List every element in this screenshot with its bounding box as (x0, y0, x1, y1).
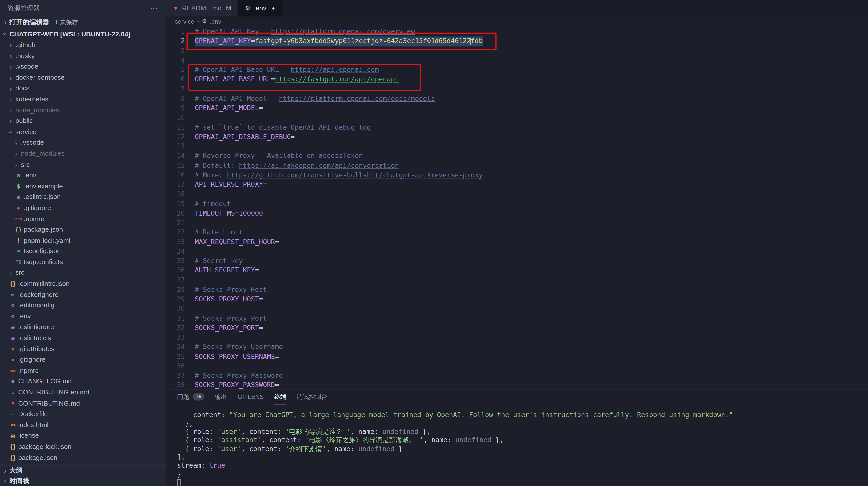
code-line-17[interactable]: 17API_REVERSE_PROXY= (166, 180, 868, 190)
folder-.vscode[interactable]: ›.vscode (0, 62, 166, 73)
file-.env.example[interactable]: $.env.example (0, 181, 166, 192)
file-label: .env.example (24, 181, 63, 192)
code-line-33[interactable]: 33 (166, 333, 868, 342)
code-line-37[interactable]: 37# Socks Proxy Password (166, 371, 868, 381)
unsaved-count: 1 未保存 (55, 18, 79, 26)
code-line-1[interactable]: 1# OpenAI API Key - https://platform.ope… (166, 27, 868, 37)
more-actions-icon[interactable]: ⋯ (150, 4, 158, 13)
folder-src[interactable]: ›src (0, 268, 166, 279)
file-license[interactable]: ▤license (0, 431, 166, 441)
open-editors-section[interactable]: › 打开的编辑器 1 未保存 (0, 17, 166, 28)
code-line-11[interactable]: 11# set `true` to disable OpenAI API deb… (166, 123, 868, 132)
code-line-3[interactable]: 3 (166, 46, 868, 56)
code-line-35[interactable]: 35SOCKS_PROXY_USERNAME= (166, 352, 868, 362)
file-.gitignore[interactable]: ◆.gitignore (0, 355, 166, 365)
code-line-26[interactable]: 26AUTH_SECRET_KEY= (166, 266, 868, 276)
folder-node_modules[interactable]: ›node_modules (0, 105, 166, 116)
code-line-22[interactable]: 22# Rate Limit (166, 228, 868, 237)
file-tsup.config.ts[interactable]: TStsup.config.ts (0, 257, 166, 268)
file-.commitlintrc.json[interactable]: {}.commitlintrc.json (0, 279, 166, 289)
file-CONTRIBUTING.en.md[interactable]: ↓CONTRIBUTING.en.md (0, 387, 166, 398)
file-.editorconfig[interactable]: ⚙.editorconfig (0, 301, 166, 311)
project-root[interactable]: › CHATGPT-WEB [WSL: UBUNTU-22.04] (0, 28, 166, 40)
code-line-28[interactable]: 28# Socks Proxy Host (166, 285, 868, 295)
code-line-15[interactable]: 15# Default: https://ai.fakeopen.com/api… (166, 161, 868, 170)
tab-readme[interactable]: ▼ README.md M (166, 0, 238, 17)
timeline-section[interactable]: › 时间线 (0, 476, 166, 486)
file-CONTRIBUTING.md[interactable]: ▼CONTRIBUTING.md (0, 398, 166, 409)
code-line-25[interactable]: 25# Secret key (166, 256, 868, 266)
code-line-19[interactable]: 19# timeout (166, 199, 868, 208)
folder-node_modules[interactable]: ›node_modules (0, 148, 166, 159)
code-line-21[interactable]: 21 (166, 218, 868, 228)
code-line-23[interactable]: 23MAX_REQUEST_PER_HOUR= (166, 237, 868, 247)
panel-tab-输出[interactable]: 输出 (215, 390, 227, 404)
code-token: = (263, 180, 267, 188)
code-line-29[interactable]: 29SOCKS_PROXY_HOST= (166, 295, 868, 304)
file-tsconfig.json[interactable]: ⊞tsconfig.json (0, 246, 166, 257)
code-line-31[interactable]: 31# Socks Proxy Port (166, 314, 868, 323)
code-line-12[interactable]: 12OPENAI_API_DISABLE_DEBUG= (166, 132, 868, 142)
code-line-4[interactable]: 4 (166, 56, 868, 65)
breadcrumb-file[interactable]: .env (210, 18, 221, 25)
code-editor[interactable]: 1# OpenAI API Key - https://platform.ope… (166, 26, 868, 389)
code-line-10[interactable]: 10 (166, 113, 868, 123)
file-.gitignore[interactable]: ◆.gitignore (0, 203, 166, 213)
file-.eslintrc.json[interactable]: ◉.eslintrc.json (0, 192, 166, 203)
unsaved-dot-icon[interactable]: ● (272, 5, 275, 11)
outline-section[interactable]: › 大纲 (0, 465, 166, 476)
file-.dockerignore[interactable]: ▭.dockerignore (0, 289, 166, 300)
file-.eslintignore[interactable]: ◉.eslintignore (0, 322, 166, 333)
file-.npmrc[interactable]: npm.npmrc (0, 366, 166, 376)
folder-docs[interactable]: ›docs (0, 83, 166, 94)
file-.npmrc[interactable]: npm.npmrc (0, 213, 166, 224)
file-.env[interactable]: ⚙.env (0, 311, 166, 322)
folder-.github[interactable]: ›.github (0, 40, 166, 51)
code-token: TIMEOUT_MS (195, 209, 235, 217)
code-line-24[interactable]: 24 (166, 247, 868, 256)
code-line-34[interactable]: 34# Socks Proxy Username (166, 342, 868, 352)
code-line-13[interactable]: 13 (166, 142, 868, 151)
code-line-27[interactable]: 27 (166, 276, 868, 285)
code-line-7[interactable]: 7 (166, 84, 868, 94)
folder-docker-compose[interactable]: ›docker-compose (0, 73, 166, 83)
file-pnpm-lock.yaml[interactable]: !pnpm-lock.yaml (0, 235, 166, 246)
terminal-token: undefined (382, 428, 418, 435)
file-.env[interactable]: ⚙.env (0, 170, 166, 181)
code-line-5[interactable]: 5# OpenAI API Base URL - https://api.ope… (166, 65, 868, 75)
file-package.json[interactable]: {}package.json (0, 225, 166, 235)
code-line-18[interactable]: 18 (166, 190, 868, 199)
folder-public[interactable]: ›public (0, 116, 166, 126)
code-line-14[interactable]: 14# Reverse Proxy - Available on accessT… (166, 151, 868, 161)
file-package.json[interactable]: {}package.json (0, 452, 166, 463)
code-line-8[interactable]: 8# OpenAI API Model - https://platform.o… (166, 94, 868, 104)
file-.eslintrc.cjs[interactable]: ◉.eslintrc.cjs (0, 333, 166, 344)
folder-.vscode[interactable]: ›.vscode (0, 138, 166, 148)
panel-tab-GITLENS[interactable]: GITLENS (238, 390, 264, 404)
code-line-36[interactable]: 36 (166, 362, 868, 371)
folder-.husky[interactable]: ›.husky (0, 51, 166, 61)
folder-service[interactable]: ›service (0, 126, 166, 137)
panel-tab-终端[interactable]: 终端 (274, 390, 286, 404)
breadcrumb-folder[interactable]: service (175, 18, 194, 25)
code-line-32[interactable]: 32SOCKS_PROXY_PORT= (166, 323, 868, 333)
folder-kubernetes[interactable]: ›kubernetes (0, 94, 166, 105)
file-index.html[interactable]: <>index.html (0, 420, 166, 431)
code-line-9[interactable]: 9OPENAI_API_MODEL= (166, 104, 868, 113)
code-line-20[interactable]: 20TIMEOUT_MS=100000 (166, 209, 868, 218)
file-package-lock.json[interactable]: {}package-lock.json (0, 441, 166, 452)
tab-env[interactable]: ⚙ .env ● (238, 0, 282, 17)
tab-label: README.md (182, 4, 222, 12)
code-line-38[interactable]: 38SOCKS_PROXY_PASSWORD= (166, 381, 868, 389)
folder-src[interactable]: ›src (0, 159, 166, 170)
code-line-30[interactable]: 30 (166, 304, 868, 314)
code-line-16[interactable]: 16# More: https://github.com/transitive-… (166, 171, 868, 180)
file-Dockerfile[interactable]: ▭Dockerfile (0, 409, 166, 420)
file-CHANGELOG.md[interactable]: ●CHANGELOG.md (0, 376, 166, 387)
code-line-6[interactable]: 6OPENAI_API_BASE_URL=https://fastgpt.run… (166, 75, 868, 84)
panel-tab-调试控制台[interactable]: 调试控制台 (297, 390, 327, 404)
terminal[interactable]: content: "You are ChatGPT, a large langu… (166, 404, 868, 486)
panel-tab-问题[interactable]: 问题16 (177, 390, 205, 404)
file-.gitattributes[interactable]: ◆.gitattributes (0, 344, 166, 355)
code-line-2[interactable]: 2OPENAI_API_KEY=fastgpt-y6b3axfbdd5wyp01… (166, 37, 868, 46)
